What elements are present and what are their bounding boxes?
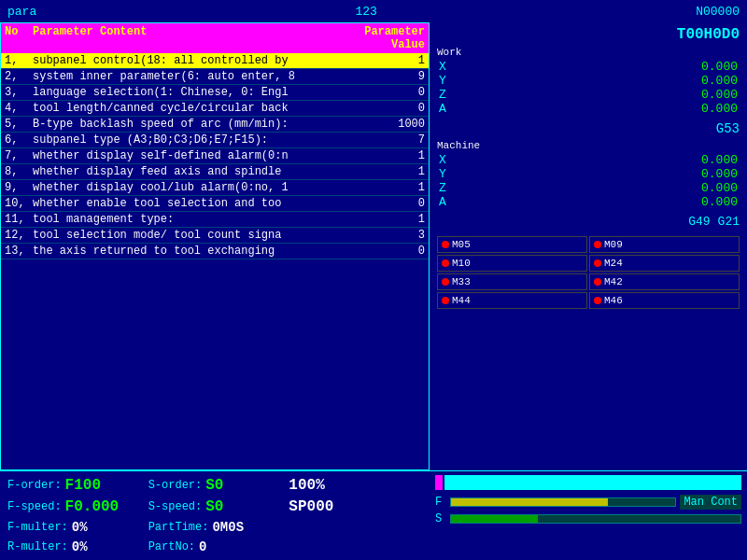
part-time-value: 0M0S xyxy=(212,520,244,535)
m-dot-m46 xyxy=(594,297,601,304)
param-content: tool management type: xyxy=(33,213,378,226)
work-coord-section: Work X 0.000 Y 0.000 Z 0.000 A 0.000 xyxy=(437,47,740,116)
param-no: 6, xyxy=(5,133,33,147)
param-content: the axis returned to tool exchanging xyxy=(33,245,378,258)
param-table-body: 1, subpanel control(18: all controlled b… xyxy=(1,53,429,469)
g21-display: G21 xyxy=(718,215,740,229)
param-row-13[interactable]: 13, the axis returned to tool exchanging… xyxy=(1,244,429,259)
param-row-6[interactable]: 6, subpanel type (A3;B0;C3;D6;E7;F15): 7 xyxy=(1,133,429,148)
m-btn-label: M24 xyxy=(604,258,623,269)
param-row-1[interactable]: 1, subpanel control(18: all controlled b… xyxy=(1,53,429,69)
s-order-label: S-order: xyxy=(148,479,203,492)
m-btn-label: M42 xyxy=(604,276,623,287)
man-cont-label: Man Cont xyxy=(680,495,741,510)
axis-value: 0.000 xyxy=(682,102,738,116)
axis-value: 0.000 xyxy=(682,153,738,167)
param-row-8[interactable]: 8, whether display feed axis and spindle… xyxy=(1,164,429,180)
param-value: 1 xyxy=(378,54,425,67)
m-button-m10[interactable]: M10 xyxy=(437,255,587,272)
title-left: para xyxy=(7,5,36,19)
param-row-12[interactable]: 12, tool selection mode/ tool count sign… xyxy=(1,228,429,244)
m-button-m09[interactable]: M09 xyxy=(589,236,740,253)
r-multer-label: R-multer: xyxy=(7,540,68,553)
f-gauge-fill xyxy=(451,498,608,506)
top-bar: para 123 N00000 xyxy=(0,0,747,22)
work-coord-row-x: X 0.000 xyxy=(437,60,740,74)
r-multer-item: R-multer: 0% xyxy=(7,538,141,556)
f-speed-value: F0.000 xyxy=(65,498,120,515)
f-speed-item: F-speed: F0.000 xyxy=(7,497,141,517)
part-no-item: PartNo: 0 xyxy=(148,538,282,556)
param-row-9[interactable]: 9, whether display cool/lub alarm(0:no, … xyxy=(1,180,429,196)
work-coord-rows: X 0.000 Y 0.000 Z 0.000 A 0.000 xyxy=(437,60,740,116)
m-btn-label: M09 xyxy=(604,239,623,250)
param-value: 1 xyxy=(378,181,425,194)
param-content: language selection(1: Chinese, 0: Engl xyxy=(33,86,378,99)
part-time-item: PartTime: 0M0S xyxy=(148,518,282,537)
param-no: 1, xyxy=(5,54,33,67)
m-dot-m10 xyxy=(442,259,449,267)
param-content: whether display self-defined alarm(0:n xyxy=(33,149,378,162)
param-no: 7, xyxy=(5,149,33,162)
param-content: subpanel type (A3;B0;C3;D6;E7;F15): xyxy=(33,133,378,147)
param-row-11[interactable]: 11, tool management type: 1 xyxy=(1,212,429,228)
axis-label: Z xyxy=(439,88,454,102)
param-no: 12, xyxy=(5,229,33,242)
param-no: 11, xyxy=(5,213,33,226)
param-value: 7 xyxy=(378,133,425,147)
m-button-m46[interactable]: M46 xyxy=(589,292,740,309)
work-coord-row-a: A 0.000 xyxy=(437,102,740,116)
m-button-m42[interactable]: M42 xyxy=(589,273,740,290)
m-btn-label: M44 xyxy=(452,295,471,306)
m-button-m05[interactable]: M05 xyxy=(437,236,587,253)
param-no: 8, xyxy=(5,165,33,178)
param-no: 2, xyxy=(5,70,33,83)
title-right: N00000 xyxy=(696,5,740,19)
m-button-m44[interactable]: M44 xyxy=(437,292,587,309)
mini-bar-cyan xyxy=(444,475,741,490)
m-dot-m42 xyxy=(594,278,601,286)
f-speed-label: F-speed: xyxy=(7,500,62,513)
axis-label: X xyxy=(439,60,454,74)
g49-display: G49 xyxy=(688,215,710,229)
param-table-header: No Parameter Content Parameter Value xyxy=(1,23,429,53)
axis-label: X xyxy=(439,153,454,167)
m-dot-m24 xyxy=(594,259,601,267)
m-btn-label: M46 xyxy=(604,295,623,306)
param-row-4[interactable]: 4, tool length/canned cycle/circular bac… xyxy=(1,101,429,117)
machine-coord-section: Machine X 0.000 Y 0.000 Z 0.000 A 0.000 xyxy=(437,140,740,209)
m-button-m33[interactable]: M33 xyxy=(437,273,587,290)
param-value: 0 xyxy=(378,245,425,258)
s-gauge-bg xyxy=(450,514,741,524)
work-coord-row-z: Z 0.000 xyxy=(437,88,740,102)
m-button-m24[interactable]: M24 xyxy=(589,255,740,272)
param-value: 9 xyxy=(378,70,425,83)
s-speed-label: S-speed: xyxy=(148,500,203,513)
param-value: 1000 xyxy=(378,118,425,131)
param-row-7[interactable]: 7, whether display self-defined alarm(0:… xyxy=(1,148,429,164)
param-row-2[interactable]: 2, system inner parameter(6: auto enter,… xyxy=(1,69,429,85)
param-value: 0 xyxy=(378,86,425,99)
axis-label: A xyxy=(439,195,454,209)
m-dot-m05 xyxy=(442,241,449,248)
param-row-10[interactable]: 10, whether enable tool selection and to… xyxy=(1,196,429,212)
mini-bar xyxy=(435,475,443,490)
m-btn-label: M05 xyxy=(452,239,471,250)
param-value: 1 xyxy=(378,165,425,178)
sp-item: SP000 xyxy=(289,497,422,517)
param-row-5[interactable]: 5, B-type backlash speed of arc (mm/min)… xyxy=(1,117,429,133)
s-gauge-row: S xyxy=(435,512,741,525)
param-no: 5, xyxy=(5,118,33,131)
param-value: 0 xyxy=(378,197,425,210)
axis-value: 0.000 xyxy=(682,74,738,88)
header-no: No xyxy=(5,25,33,51)
param-content: B-type backlash speed of arc (mm/min): xyxy=(33,118,378,131)
s-order-value: S0 xyxy=(205,477,223,494)
axis-label: Z xyxy=(439,181,454,195)
s-gauge-fill xyxy=(451,515,538,523)
machine-coord-label: Machine xyxy=(437,140,740,151)
axis-value: 0.000 xyxy=(682,60,738,74)
param-row-3[interactable]: 3, language selection(1: Chinese, 0: Eng… xyxy=(1,85,429,101)
f-gauge-label: F xyxy=(435,496,446,509)
m-dot-m09 xyxy=(594,241,601,248)
